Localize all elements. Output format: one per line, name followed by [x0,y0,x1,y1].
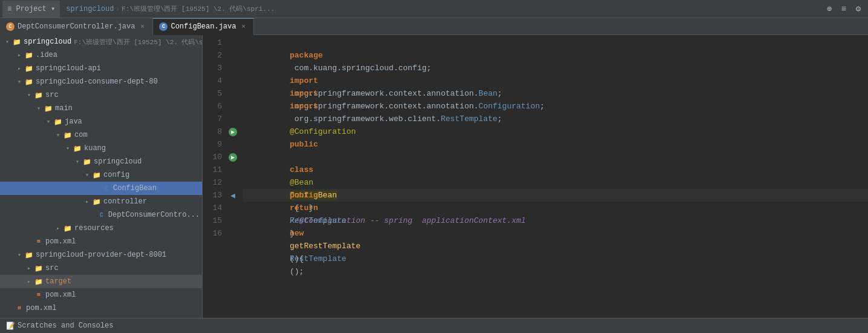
sidebar-item-config[interactable]: ▾ 📁 config [0,168,202,182]
breadcrumb-springcloud[interactable]: springcloud [66,5,114,13]
code-line-12: return new RestTemplate (); [243,176,868,189]
sidebar-label-src-provider: src [45,264,59,272]
expand-arrow-main: ▾ [34,104,44,113]
method-name: getRestTemplate [290,242,361,251]
line-num-15: 15 [207,214,222,227]
sidebar-item-springcloud-root[interactable]: ▾ 📁 springcloud F:\班级管理\西开 [19525] \2. 代… [0,35,202,48]
sidebar-item-pom-root[interactable]: ▸ m pom.xml [0,302,202,315]
settings-icon[interactable]: ⚙ [852,3,864,15]
code-line-10: @Bean [243,151,868,163]
class-ref-resttemplate: RestTemplate [441,114,498,124]
expand-arrow-controller: ▸ [82,197,92,206]
sidebar-label-configbean: ConfigBean [113,184,157,193]
sidebar-label-pom-consumer: pom.xml [45,237,76,246]
gutter-11 [227,163,239,176]
sidebar-label-config: config [103,171,129,179]
sidebar-label-src: src [45,91,59,99]
sidebar-item-src-provider[interactable]: ▸ 📁 src [0,262,202,275]
code-lines[interactable]: package com.kuang.springcloud.config; im… [239,36,868,318]
code-line-2 [243,49,868,62]
sidebar-item-provider[interactable]: ▾ 📁 springcloud-provider-dept-8001 [0,248,202,262]
sidebar: ▾ 📁 springcloud F:\班级管理\西开 [19525] \2. 代… [0,35,203,318]
main-area: ▾ 📁 springcloud F:\班级管理\西开 [19525] \2. 代… [0,35,868,318]
sidebar-item-target[interactable]: ▸ 📁 target [0,275,202,288]
expand-arrow-resources: ▸ [53,223,63,233]
folder-icon-resources: 📁 [63,223,73,233]
code-line-4: import org.springframework.context.annot… [243,74,868,87]
gutter-2 [227,49,239,62]
tab-config-close[interactable]: × [239,22,247,31]
sidebar-item-resources[interactable]: ▸ 📁 resources [0,222,202,235]
gutter-3 [227,62,239,74]
code-line-14 [243,202,868,214]
sidebar-item-pom-provider[interactable]: ▸ m pom.xml [0,288,202,302]
gutter-run-icon-10[interactable]: ▶ [229,153,237,162]
expand-arrow-consumer: ▾ [15,77,24,87]
folder-icon-api: 📁 [24,64,34,73]
sidebar-item-controller[interactable]: ▸ 📁 controller [0,195,202,208]
gutter-run-icon-8[interactable]: ▶ [229,128,237,136]
sidebar-item-consumer[interactable]: ▾ 📁 springcloud-consumer-dept-80 [0,75,202,88]
top-bar: ≡ Project ▾ springcloud › F:\班级管理\西开 [19… [0,0,868,18]
sidebar-item-configbean[interactable]: ▸ C ConfigBean [0,182,202,195]
bottom-scratches[interactable]: 📝 Scratches and Consoles [4,320,116,332]
breadcrumb-path-label: F:\班级管理\西开 [19525] \2. 代码\spri... [122,4,275,13]
scratches-label: Scratches and Consoles [18,321,113,330]
sidebar-item-pom-consumer[interactable]: ▸ m pom.xml [0,235,202,248]
sidebar-item-idea[interactable]: ▸ 📁 .idea [0,48,202,62]
expand-arrow-com: ▾ [53,130,63,140]
file-tab-icon-config: C [159,22,168,31]
line-num-14: 14 [207,202,222,214]
toolbar-icon-1[interactable]: ⊕ [823,3,835,15]
line-num-6: 6 [207,100,222,113]
toolbar-icon-2[interactable]: ≡ [838,3,850,15]
file-tabs: C DeptConsumerController.java × C Config… [0,18,868,35]
gutter-16 [227,227,239,240]
folder-icon-springcloud-pkg: 📁 [82,157,92,166]
expand-arrow-target: ▸ [24,277,34,286]
code-line-16 [243,227,868,240]
code-line-1: package com.kuang.springcloud.config; [243,36,868,49]
tab-dept-controller[interactable]: C DeptConsumerController.java × [0,18,153,35]
line-num-12: 12 [207,176,222,189]
sidebar-item-deptcontroller[interactable]: ▸ C DeptConsumerContro... [0,208,202,222]
line-num-13: 13 [207,189,222,202]
gutter-6 [227,100,239,113]
sidebar-label-com: com [74,131,88,139]
file-icon-dept: C [97,210,106,220]
sidebar-item-springcloud-pkg[interactable]: ▾ 📁 springcloud [0,155,202,168]
line-num-7: 7 [207,113,222,125]
code-editor[interactable]: 1 2 3 4 5 6 7 8 9 10 11 12 13 14 15 16 [203,35,868,318]
sidebar-item-java[interactable]: ▾ 📁 java [0,115,202,128]
tab-config-label: ConfigBean.java [171,22,236,31]
top-bar-left: ≡ Project ▾ [0,1,62,18]
sidebar-label: springcloud [24,38,71,46]
breadcrumb-item: springcloud [66,5,114,13]
file-icon-configbean: C [102,183,111,193]
sidebar-item-main[interactable]: ▾ 📁 main [0,102,202,115]
sidebar-item-src[interactable]: ▾ 📁 src [0,88,202,102]
expand-arrow-idea: ▸ [15,50,24,60]
line-num-1: 1 [207,36,222,49]
expand-arrow-src-provider: ▸ [24,263,34,273]
sidebar-item-api[interactable]: ▸ 📁 springcloud-api [0,62,202,75]
sidebar-label-main: main [55,104,73,113]
folder-icon-kuang: 📁 [73,143,82,153]
expand-arrow-api: ▸ [15,64,24,73]
bottom-bar: 📝 Scratches and Consoles [0,318,868,333]
sidebar-item-kuang[interactable]: ▾ 📁 kuang [0,142,202,155]
line-num-16: 16 [207,227,222,240]
gutter-arrow-13: ◀ [230,191,235,200]
file-icon-pom-consumer: m [34,237,44,246]
tab-config-bean[interactable]: C ConfigBean.java × [153,18,254,35]
folder-icon-idea: 📁 [24,50,34,60]
folder-icon-java: 📁 [53,117,63,127]
gutter-10: ▶ [227,151,239,163]
folder-icon-target: 📁 [34,277,44,286]
code-content: 1 2 3 4 5 6 7 8 9 10 11 12 13 14 15 16 [203,35,868,318]
sidebar-item-com[interactable]: ▾ 📁 com [0,128,202,142]
project-menu[interactable]: ≡ Project ▾ [2,1,60,18]
line-num-2: 2 [207,49,222,62]
sidebar-label-api: springcloud-api [36,64,101,73]
tab-dept-close[interactable]: × [138,22,146,31]
